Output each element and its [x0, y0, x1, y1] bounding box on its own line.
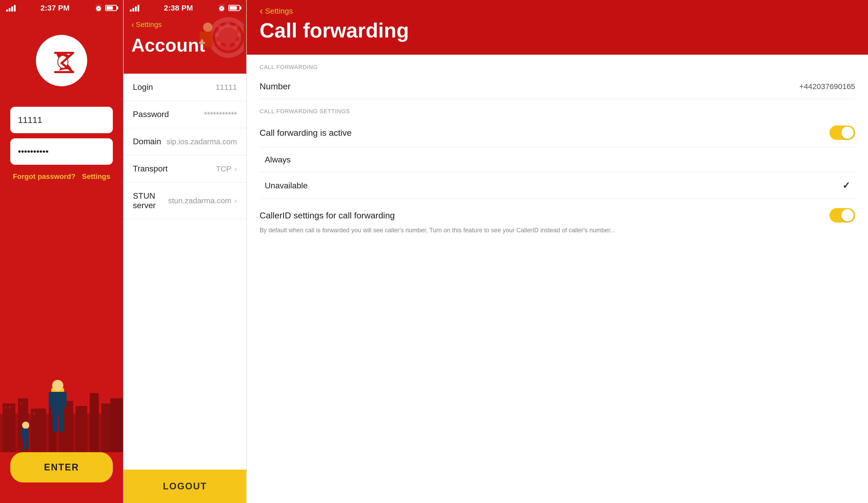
- password-row: Password ***********: [124, 101, 246, 128]
- time-display: 2:37 PM: [41, 3, 70, 12]
- login-value: 11111: [216, 83, 237, 92]
- number-row: Number +442037690165: [260, 74, 855, 99]
- status-bar-login: 2:37 PM ⏰: [0, 0, 123, 14]
- call-forwarding-panel: ‹ Settings Call forwarding CALL FORWARDI…: [246, 0, 868, 503]
- unavailable-option-label: Unavailable: [265, 181, 308, 191]
- back-chevron-icon-fwd: ‹: [260, 5, 263, 17]
- battery-icon: [105, 5, 117, 11]
- svg-rect-28: [27, 441, 29, 450]
- settings-link[interactable]: Settings: [82, 173, 110, 181]
- number-value: +442037690165: [799, 82, 855, 91]
- svg-rect-13: [9, 406, 11, 409]
- svg-rect-12: [4, 406, 7, 409]
- number-label: Number: [260, 81, 291, 91]
- status-bar-account: 2:38 PM ⏰: [124, 0, 246, 14]
- toggle-knob: [841, 126, 854, 139]
- callerid-section: CallerID settings for call forwarding By…: [260, 199, 855, 243]
- account-list: Login 11111 Password *********** Domain …: [124, 74, 246, 470]
- stun-value: stun.zadarma.com ›: [168, 196, 237, 205]
- account-panel: 2:38 PM ⏰ ‹ Settings Account: [123, 0, 246, 503]
- transport-row[interactable]: Transport TCP ›: [124, 155, 246, 183]
- unavailable-option-row[interactable]: Unavailable ✓: [260, 173, 855, 199]
- password-value: ***********: [204, 110, 237, 119]
- svg-rect-25: [21, 429, 24, 438]
- alarm-icon: ⏰: [217, 4, 226, 12]
- callerid-toggle-switch[interactable]: [829, 208, 855, 223]
- signal-bars-icon: [6, 4, 16, 12]
- svg-point-23: [22, 422, 29, 429]
- login-panel: 2:37 PM ⏰ 11111: [0, 0, 123, 503]
- battery-icon-account: [228, 5, 240, 11]
- callerid-toggle-row: CallerID settings for call forwarding: [260, 208, 855, 223]
- active-toggle-row: Call forwarding is active: [260, 118, 855, 147]
- unavailable-checkmark-icon: ✓: [843, 180, 850, 191]
- svg-rect-22: [59, 414, 64, 432]
- forwarding-header: ‹ Settings Call forwarding: [247, 0, 868, 55]
- callerid-toggle-knob: [841, 209, 854, 222]
- account-header: ‹ Settings Account: [124, 14, 246, 74]
- always-option-label: Always: [265, 155, 291, 164]
- callerid-toggle-label: CallerID settings for call forwarding: [260, 211, 822, 220]
- forwarding-body: CALL FORWARDING Number +442037690165 CAL…: [247, 55, 868, 503]
- svg-rect-33: [199, 32, 204, 44]
- section2-label: CALL FORWARDING SETTINGS: [260, 99, 855, 118]
- forwarding-title: Call forwarding: [260, 19, 855, 42]
- login-form: 11111 Forgot password? Settings: [0, 107, 123, 181]
- enter-button[interactable]: ENTER: [10, 452, 113, 482]
- active-toggle-switch[interactable]: [829, 125, 855, 140]
- account-header-illustration: [193, 17, 244, 63]
- svg-rect-5: [31, 409, 46, 452]
- svg-rect-15: [33, 412, 35, 415]
- svg-rect-11: [110, 398, 123, 452]
- svg-rect-27: [23, 441, 25, 450]
- illustration-area: [0, 181, 123, 452]
- callerid-description: By default when call is forwarded you wi…: [260, 226, 855, 243]
- login-label: Login: [133, 82, 153, 92]
- svg-rect-20: [62, 392, 67, 407]
- transport-label: Transport: [133, 164, 168, 174]
- svg-rect-3: [2, 403, 16, 452]
- svg-rect-9: [90, 393, 99, 452]
- stun-label: STUN server: [133, 191, 168, 210]
- domain-label: Domain: [133, 137, 161, 146]
- svg-rect-34: [208, 32, 212, 44]
- password-input[interactable]: [10, 138, 113, 165]
- forwarding-back-link[interactable]: ‹ Settings: [260, 5, 855, 17]
- city-illustration: [0, 362, 123, 452]
- active-toggle-label: Call forwarding is active: [260, 128, 352, 138]
- chevron-right-icon-stun: ›: [235, 196, 237, 205]
- status-icons: ⏰: [94, 4, 117, 12]
- logo-circle: [36, 35, 87, 86]
- password-label: Password: [133, 110, 169, 119]
- login-row: Login 11111: [124, 74, 246, 101]
- chevron-right-icon: ›: [235, 164, 237, 173]
- always-option-row[interactable]: Always: [260, 147, 855, 173]
- svg-rect-14: [20, 402, 23, 405]
- login-links: Forgot password? Settings: [10, 173, 113, 181]
- zadarma-logo-icon: [44, 43, 80, 79]
- svg-rect-8: [76, 406, 87, 452]
- svg-rect-21: [53, 414, 58, 432]
- logo-area: [36, 35, 87, 86]
- domain-value: sip.ios.zadarma.com: [166, 137, 237, 146]
- svg-rect-19: [49, 392, 54, 407]
- signal-bars-icon: [130, 4, 139, 12]
- username-input[interactable]: 11111: [10, 107, 113, 133]
- forgot-password-link[interactable]: Forgot password?: [13, 173, 75, 181]
- domain-row: Domain sip.ios.zadarma.com: [124, 128, 246, 155]
- svg-point-31: [203, 23, 213, 32]
- svg-rect-26: [26, 429, 29, 438]
- svg-point-17: [52, 380, 63, 391]
- signal-area: [6, 4, 16, 12]
- transport-value: TCP ›: [216, 164, 237, 173]
- section1-label: CALL FORWARDING: [260, 55, 855, 74]
- logout-button[interactable]: LOGOUT: [124, 470, 246, 503]
- stun-row[interactable]: STUN server stun.zadarma.com ›: [124, 183, 246, 219]
- alarm-icon: ⏰: [94, 4, 103, 12]
- back-chevron-icon: ‹: [131, 20, 134, 30]
- time-display-account: 2:38 PM: [164, 3, 193, 12]
